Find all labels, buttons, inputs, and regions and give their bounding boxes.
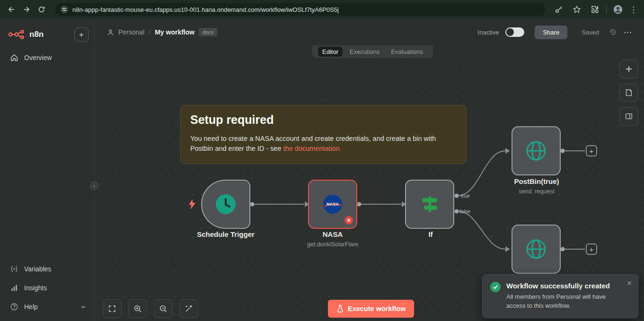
browser-toolbar: n8n-appp-fantastic-mouse-eu.cfapps.us10-… (0, 0, 644, 19)
workflow-menu-button[interactable]: ⋯ (624, 27, 632, 37)
n8n-logo-icon (8, 29, 26, 40)
bookmark-button[interactable] (570, 3, 583, 16)
history-icon[interactable] (609, 28, 617, 36)
docs-badge[interactable]: docs (199, 28, 217, 36)
sidebar-collapse-button[interactable]: ‹ (90, 182, 98, 190)
zoom-in-button[interactable] (128, 299, 147, 318)
header-actions: Inactive Share Saved ⋯ (478, 26, 632, 39)
execute-workflow-label: Execute workflow (348, 305, 406, 312)
port-label-true: true (461, 193, 470, 199)
node-if[interactable] (405, 180, 454, 229)
toggle-panel-button[interactable] (619, 107, 638, 126)
help-circle-icon (10, 303, 18, 311)
sidebar-item-overview[interactable]: Overview (0, 48, 94, 67)
port-label-false: false (459, 208, 470, 214)
node-subtitle-nasa: get:donkiSolarFlare (307, 241, 358, 248)
toolbar-separator (606, 5, 607, 14)
canvas-add-node-button[interactable] (619, 60, 638, 78)
add-node-button-false-branch[interactable]: + (586, 243, 597, 255)
execute-workflow-button[interactable]: Execute workflow (328, 300, 414, 318)
forward-icon (22, 5, 31, 14)
zoom-out-button[interactable] (154, 299, 173, 318)
profile-button[interactable] (611, 3, 625, 16)
toast-close-button[interactable]: ✕ (626, 279, 632, 287)
zoom-in-icon (133, 304, 142, 313)
node-label-if: If (428, 230, 432, 238)
zoom-to-fit-button[interactable] (103, 299, 122, 318)
globe-icon (525, 140, 547, 162)
if-signpost-icon (419, 194, 440, 215)
add-sticky-note-button[interactable] (619, 83, 638, 102)
flask-icon (336, 304, 344, 313)
tidy-up-button[interactable] (179, 299, 198, 318)
puzzle-icon (591, 5, 599, 14)
node-nasa[interactable]: NASA ✕ (308, 180, 357, 229)
workflow-header: Personal / My workflow docs Inactive Sha… (95, 19, 644, 45)
tab-evaluations[interactable]: Evaluations (387, 47, 427, 57)
sidebar-item-insights[interactable]: Insights (0, 278, 94, 297)
documentation-link[interactable]: the documentation (283, 145, 340, 152)
share-button[interactable]: Share (535, 26, 567, 39)
sidebar-item-label: Variables (24, 265, 51, 273)
node-schedule-trigger[interactable] (201, 180, 250, 229)
clock-icon (215, 193, 237, 215)
globe-icon (525, 238, 547, 260)
key-icon (555, 5, 563, 14)
node-error-badge[interactable]: ✕ (344, 216, 353, 225)
browser-window: n8n-appp-fantastic-mouse-eu.cfapps.us10-… (0, 0, 644, 321)
forward-button[interactable] (20, 3, 33, 16)
editor-tabs: Editor Executions Evaluations (312, 45, 433, 58)
tab-executions[interactable]: Executions (345, 47, 384, 57)
back-button[interactable] (5, 3, 18, 16)
workflow-status-label: Inactive (478, 29, 499, 36)
reload-button[interactable] (35, 3, 48, 16)
toast-title: Workflow successfully created (506, 282, 620, 290)
add-node-button-true-branch[interactable]: + (586, 145, 597, 156)
toolbar-actions: ⋮ (552, 3, 639, 16)
logo-text: n8n (29, 30, 44, 39)
breadcrumb-workflow-name[interactable]: My workflow (155, 28, 194, 36)
node-label-postbin-true: PostBin(true) (514, 177, 559, 185)
node-postbin-true[interactable] (512, 126, 561, 175)
plus-icon (625, 65, 633, 73)
layout-panel-icon (625, 112, 633, 121)
variables-icon (10, 265, 18, 273)
chevron-down-icon (80, 304, 87, 310)
sidebar-item-variables[interactable]: Variables (0, 260, 94, 278)
sidebar-item-label: Insights (24, 284, 47, 292)
extensions-button[interactable] (588, 3, 601, 16)
star-icon (573, 5, 581, 14)
sticky-note[interactable]: Setup required You need to create a NASA… (180, 105, 467, 164)
node-postbin-false[interactable] (512, 225, 561, 274)
toggle-knob (506, 28, 514, 36)
person-icon (107, 29, 114, 36)
sidebar-item-label: Help (24, 303, 38, 311)
node-subtitle-postbin-true: send: request (519, 188, 555, 195)
toast-body: All members from Personal will have acce… (506, 293, 620, 311)
add-workflow-button[interactable]: + (74, 27, 88, 42)
reload-icon (37, 5, 46, 14)
site-info-icon[interactable] (61, 6, 68, 13)
tidy-up-icon (185, 304, 193, 313)
breadcrumb-project[interactable]: Personal (118, 28, 144, 36)
sidebar-item-label: Overview (24, 54, 52, 61)
note-icon (625, 88, 633, 97)
active-toggle[interactable] (505, 27, 524, 37)
sidebar-item-help[interactable]: Help (0, 297, 94, 316)
node-label-schedule-trigger: Schedule Trigger (197, 230, 255, 238)
sticky-body: You need to create a NASA account and cr… (190, 134, 450, 154)
address-bar[interactable]: n8n-appp-fantastic-mouse-eu.cfapps.us10-… (55, 3, 546, 16)
tab-editor[interactable]: Editor (318, 47, 343, 57)
toast-content: Workflow successfully created All member… (506, 282, 620, 311)
back-icon (7, 5, 16, 14)
success-toast: Workflow successfully created All member… (482, 274, 638, 318)
sidebar-bottom: Variables Insights Help (0, 260, 94, 321)
workflow-canvas[interactable]: Editor Executions Evaluations Setup requ… (95, 45, 644, 321)
password-manager-button[interactable] (552, 3, 565, 16)
nasa-logo-icon: NASA (322, 194, 343, 215)
fit-view-icon (108, 304, 116, 313)
saved-status: Saved (582, 29, 599, 36)
breadcrumb-separator: / (149, 28, 150, 36)
zoom-out-icon (159, 304, 168, 313)
browser-menu-button[interactable]: ⋮ (629, 5, 637, 15)
